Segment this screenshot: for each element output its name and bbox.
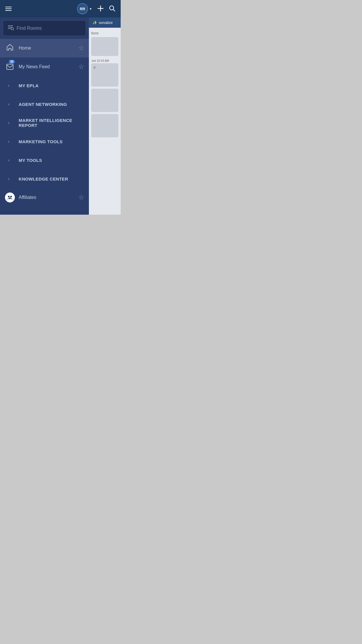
sidebar-item-marketing-tools-label: MARKETING TOOLS bbox=[19, 139, 84, 144]
hamburger-button[interactable] bbox=[5, 7, 12, 11]
right-card-2: d bbox=[91, 63, 118, 87]
svg-rect-6 bbox=[8, 28, 11, 29]
find-rooms-placeholder: Find Rooms bbox=[17, 26, 42, 31]
market-intelligence-chevron-icon: › bbox=[5, 118, 15, 128]
sidebar-item-market-intelligence-label: MARKET INTELLIGENCE REPORT bbox=[19, 118, 84, 128]
svg-point-11 bbox=[10, 196, 12, 197]
my-tools-chevron-icon: › bbox=[5, 155, 15, 165]
right-card-3 bbox=[91, 89, 118, 112]
sidebar-item-agent-networking[interactable]: › AGENT NETWORKING bbox=[0, 95, 89, 113]
hamburger-line-2 bbox=[5, 8, 12, 9]
agent-networking-chevron-icon: › bbox=[5, 99, 15, 109]
find-rooms-icon bbox=[7, 24, 14, 32]
sidebar-item-my-news-feed-label: My News Feed bbox=[19, 64, 78, 69]
knowledge-center-chevron-icon: › bbox=[5, 174, 15, 184]
avatar-initials: RR bbox=[80, 7, 85, 11]
right-card-4 bbox=[91, 114, 118, 137]
sidebar-inner: Find Rooms Home ☆ 36 bbox=[0, 18, 89, 215]
top-bar-right: RR ▼ bbox=[77, 3, 115, 14]
search-button[interactable] bbox=[109, 5, 115, 13]
marketing-tools-chevron-icon: › bbox=[5, 136, 15, 147]
sidebar-item-my-tools[interactable]: › MY TOOLS bbox=[0, 151, 89, 169]
svg-rect-4 bbox=[8, 25, 13, 26]
avatar-button[interactable]: RR ▼ bbox=[77, 3, 92, 14]
top-bar: RR ▼ bbox=[0, 0, 121, 18]
sidebar-item-knowledge-center-label: KNOWLEDGE CENTER bbox=[19, 176, 84, 181]
add-button[interactable] bbox=[97, 5, 104, 13]
personalize-label: sonalize bbox=[99, 20, 113, 25]
home-star-icon[interactable]: ☆ bbox=[78, 45, 84, 51]
top-bar-left bbox=[5, 7, 12, 11]
right-card-1 bbox=[91, 37, 118, 56]
svg-line-8 bbox=[13, 29, 14, 30]
right-card-text: d bbox=[91, 63, 118, 71]
avatar: RR bbox=[77, 3, 88, 14]
find-rooms-input[interactable]: Find Rooms bbox=[3, 20, 86, 36]
sidebar-item-my-tools-label: MY TOOLS bbox=[19, 158, 84, 163]
svg-line-3 bbox=[113, 9, 115, 11]
caret-down-icon: ▼ bbox=[89, 7, 92, 10]
hamburger-line-3 bbox=[5, 10, 12, 11]
sidebar-item-affiliates-label: Affiliates bbox=[19, 195, 78, 200]
svg-point-12 bbox=[9, 197, 11, 199]
news-feed-badge: 36 bbox=[9, 60, 15, 64]
mail-icon: 36 bbox=[5, 62, 15, 72]
hamburger-line-1 bbox=[5, 7, 12, 7]
sidebar-item-agent-networking-label: AGENT NETWORKING bbox=[19, 102, 84, 107]
home-icon bbox=[5, 43, 15, 53]
svg-point-10 bbox=[8, 196, 10, 197]
sidebar-item-knowledge-center[interactable]: › KNOWLEDGE CENTER bbox=[0, 169, 89, 188]
sidebar-item-my-news-feed[interactable]: 36 My News Feed ☆ bbox=[0, 57, 89, 76]
sidebar-item-market-intelligence[interactable]: › MARKET INTELLIGENCE REPORT bbox=[0, 113, 89, 132]
right-timestamp: ted 10:43 AM bbox=[91, 58, 118, 63]
affiliates-star-icon[interactable]: ☆ bbox=[78, 194, 84, 201]
right-body: tions ted 10:43 AM d bbox=[89, 28, 121, 142]
sidebar-item-my-epla-label: MY EPLA bbox=[19, 83, 84, 88]
my-epla-chevron-icon: › bbox=[5, 80, 15, 91]
news-feed-star-icon[interactable]: ☆ bbox=[78, 64, 84, 70]
svg-rect-9 bbox=[7, 64, 13, 69]
sidebar-item-home-label: Home bbox=[19, 46, 78, 51]
sidebar-item-marketing-tools[interactable]: › MARKETING TOOLS bbox=[0, 132, 89, 151]
sidebar-item-home[interactable]: Home ☆ bbox=[0, 39, 89, 57]
personalize-banner[interactable]: ✨ sonalize bbox=[89, 18, 121, 28]
right-panel: ✨ sonalize tions ted 10:43 AM d bbox=[89, 0, 121, 215]
sidebar-item-my-epla[interactable]: › MY EPLA bbox=[0, 76, 89, 95]
right-section-title: tions bbox=[91, 30, 118, 37]
sidebar-item-affiliates[interactable]: Affiliates ☆ bbox=[0, 188, 89, 207]
sidebar: Find Rooms Home ☆ 36 bbox=[0, 0, 89, 215]
affiliates-icon bbox=[5, 192, 15, 203]
personalize-icon: ✨ bbox=[92, 20, 97, 25]
svg-rect-5 bbox=[8, 27, 12, 27]
